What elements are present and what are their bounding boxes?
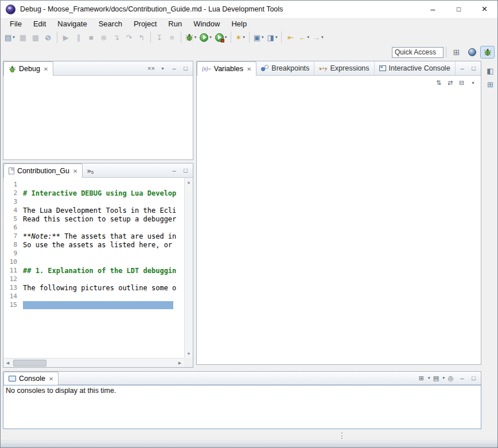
minimize-view-icon[interactable]: – bbox=[457, 63, 468, 74]
show-type-names-icon[interactable]: ⇅ bbox=[433, 77, 444, 88]
more-editors-button[interactable]: » 5 bbox=[83, 163, 98, 177]
line-number[interactable]: 9 bbox=[3, 250, 20, 257]
drop-to-frame-button[interactable]: ↧ bbox=[154, 31, 165, 44]
tab-interactive-console[interactable]: Interactive Console bbox=[375, 61, 456, 75]
tab-variables[interactable]: (x)= Variables ✕ bbox=[197, 61, 256, 76]
menu-help[interactable]: Help bbox=[225, 18, 252, 29]
minimize-view-icon[interactable]: – bbox=[169, 165, 180, 176]
view-menu-icon[interactable]: ▾ bbox=[468, 77, 478, 88]
new-wizard-button[interactable]: ▤ ▾ bbox=[3, 31, 16, 44]
line-number[interactable]: 10 bbox=[3, 258, 20, 266]
maximize-view-icon[interactable]: □ bbox=[468, 373, 479, 384]
line-number[interactable]: 3 bbox=[3, 198, 20, 205]
code-line[interactable]: 11 ## 1. Explanation of the LDT debuggin bbox=[3, 266, 184, 275]
run-button[interactable]: ▾ bbox=[199, 31, 213, 44]
line-number[interactable]: 2 bbox=[3, 189, 20, 197]
maximize-view-icon[interactable]: □ bbox=[180, 165, 191, 176]
tab-debug[interactable]: Debug ✕ bbox=[3, 61, 53, 76]
line-number[interactable]: 12 bbox=[3, 275, 20, 283]
tab-expressions[interactable]: x+y Expressions bbox=[314, 61, 374, 75]
scroll-up-icon[interactable]: ▲ bbox=[185, 178, 193, 186]
close-icon[interactable]: ✕ bbox=[73, 168, 77, 174]
menu-search[interactable]: Search bbox=[93, 18, 128, 29]
line-number[interactable]: 7 bbox=[3, 232, 20, 240]
code-line[interactable]: 10 bbox=[3, 258, 184, 266]
use-step-filters-button[interactable]: ≡ bbox=[166, 31, 178, 44]
debug-view-content[interactable] bbox=[3, 76, 193, 159]
new-file-button[interactable]: ▣ ▾ bbox=[252, 31, 265, 44]
line-number[interactable]: 4 bbox=[3, 207, 20, 214]
line-number[interactable]: 14 bbox=[3, 293, 20, 300]
minimize-button[interactable]: – bbox=[420, 1, 446, 18]
minimize-view-icon[interactable]: – bbox=[457, 373, 468, 384]
scroll-down-icon[interactable]: ▼ bbox=[185, 349, 193, 358]
external-tools-button[interactable]: ▾ bbox=[214, 31, 228, 44]
sash-handle[interactable]: ⋮ bbox=[338, 430, 346, 441]
forward-button[interactable]: → ▾ bbox=[312, 31, 325, 44]
display-selected-console-icon[interactable]: ▤ bbox=[430, 373, 441, 384]
code-line[interactable]: 9 bbox=[3, 249, 184, 258]
variables-view-content[interactable] bbox=[197, 89, 481, 364]
remove-terminated-button[interactable]: ×× bbox=[146, 63, 157, 74]
step-over-button[interactable]: ↷ bbox=[123, 31, 135, 44]
suspend-button[interactable]: ∥ bbox=[73, 31, 84, 44]
open-perspective-button[interactable]: ⊞ bbox=[449, 46, 464, 59]
close-icon[interactable]: ✕ bbox=[247, 66, 251, 72]
lua-perspective-button[interactable] bbox=[465, 46, 479, 59]
back-button[interactable]: ← ▾ bbox=[297, 31, 310, 44]
code-line[interactable]: 1 bbox=[3, 180, 184, 189]
open-console-icon[interactable]: ⊞ bbox=[416, 373, 427, 384]
menu-file[interactable]: File bbox=[4, 18, 28, 29]
quick-access-input[interactable] bbox=[392, 47, 443, 58]
debug-button[interactable]: ▾ bbox=[184, 31, 198, 44]
editor-vertical-scrollbar[interactable]: ▲ ▼ bbox=[184, 178, 193, 358]
close-icon[interactable]: ✕ bbox=[49, 376, 53, 382]
code-line[interactable]: 2 # Interactive DEBUG using Lua Develop bbox=[3, 189, 184, 197]
code-line[interactable]: 8 So use the assets as listed here, or bbox=[3, 240, 184, 249]
line-number[interactable]: 1 bbox=[3, 181, 20, 188]
line-number[interactable]: 15 bbox=[3, 301, 20, 309]
minimized-outline-view-button[interactable]: ⊞ bbox=[484, 79, 496, 90]
code-line[interactable]: 3 bbox=[3, 197, 184, 206]
chevron-down-icon[interactable]: ▾ bbox=[428, 376, 430, 380]
editor-horizontal-scrollbar[interactable]: ◀ ▶ bbox=[3, 358, 184, 367]
step-into-button[interactable]: ↴ bbox=[111, 31, 122, 44]
line-number[interactable]: 11 bbox=[3, 267, 20, 274]
launch-configurations-button[interactable]: ✶ ▾ bbox=[234, 31, 246, 44]
step-return-button[interactable]: ↰ bbox=[136, 31, 147, 44]
resume-button[interactable]: ▶ bbox=[60, 31, 72, 44]
minimize-view-icon[interactable]: – bbox=[169, 63, 180, 74]
scroll-right-icon[interactable]: ▶ bbox=[176, 359, 184, 367]
last-edit-location-button[interactable]: ⇤ bbox=[285, 31, 296, 44]
save-button[interactable]: ▦ bbox=[17, 31, 29, 44]
line-number[interactable]: 5 bbox=[3, 215, 20, 223]
menu-navigate[interactable]: Navigate bbox=[52, 18, 92, 29]
code-line[interactable]: 13 The following pictures outline some o bbox=[3, 283, 184, 292]
code-line[interactable]: 4 The Lua Development Tools in the Ecli bbox=[3, 206, 184, 215]
skip-all-breakpoints-button[interactable]: ⊘ bbox=[42, 31, 54, 44]
pin-console-icon[interactable]: ◎ bbox=[445, 373, 456, 384]
open-file-button[interactable]: ◨ ▾ bbox=[266, 31, 279, 44]
maximize-view-icon[interactable]: □ bbox=[468, 63, 479, 74]
chevron-down-icon[interactable]: ▾ bbox=[442, 376, 445, 380]
menu-window[interactable]: Window bbox=[188, 18, 225, 29]
menu-run[interactable]: Run bbox=[162, 18, 188, 29]
line-number[interactable]: 13 bbox=[3, 284, 20, 291]
tab-contribution-guide[interactable]: Contribution_Gu ✕ bbox=[3, 163, 83, 178]
tab-breakpoints[interactable]: Breakpoints bbox=[256, 61, 314, 75]
view-menu-icon[interactable]: ▾ bbox=[157, 63, 168, 74]
console-content[interactable]: No consoles to display at this time. bbox=[3, 385, 481, 429]
disconnect-button[interactable]: ⊗ bbox=[98, 31, 110, 44]
maximize-button[interactable]: □ bbox=[446, 1, 472, 18]
menu-edit[interactable]: Edit bbox=[28, 18, 52, 29]
maximize-view-icon[interactable]: □ bbox=[180, 63, 191, 74]
code-line[interactable]: 12 bbox=[3, 275, 184, 283]
code-line[interactable]: 5 Read this section to setup a debugger bbox=[3, 215, 184, 223]
close-button[interactable]: × bbox=[472, 1, 497, 18]
line-number[interactable]: 8 bbox=[3, 241, 20, 248]
scroll-left-icon[interactable]: ◀ bbox=[3, 359, 12, 367]
code-line[interactable]: 15 bbox=[3, 301, 184, 309]
code-line[interactable]: 14 bbox=[3, 292, 184, 301]
terminate-button[interactable]: ■ bbox=[85, 31, 97, 44]
restore-minimized-view-button[interactable]: ◧ bbox=[484, 65, 496, 76]
